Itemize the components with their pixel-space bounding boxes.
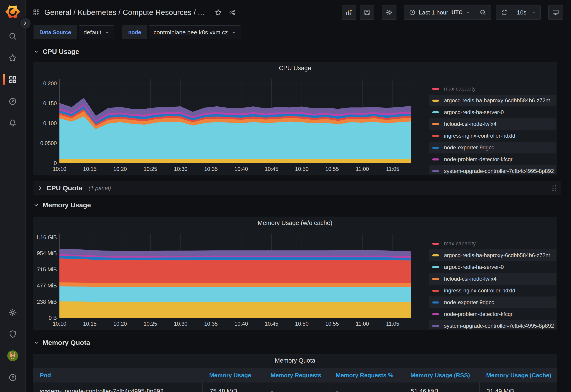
table-cell: system-upgrade-controller-7cfb4c4995-8p8… xyxy=(33,382,202,392)
legend-label: max capacity xyxy=(444,85,476,92)
chevron-right-icon xyxy=(37,185,43,191)
datasource-variable-select[interactable]: default xyxy=(79,25,114,39)
toolbar: Last 1 hour UTC 10s xyxy=(342,5,563,20)
section-memory-quota[interactable]: Memory Quota xyxy=(33,337,90,348)
table-cell: - xyxy=(264,382,329,392)
legend-item[interactable]: system-upgrade-controller-7cfb4c4995-8p8… xyxy=(429,320,556,329)
datasource-variable-label: Data Source xyxy=(33,25,77,39)
x-axis-label: 11:05 xyxy=(386,166,399,172)
node-variable-label: node xyxy=(122,25,147,39)
table-column-header[interactable]: Memory Requests xyxy=(264,368,329,382)
legend-swatch xyxy=(432,301,439,304)
legend-item[interactable]: ingress-nginx-controller-hdxld xyxy=(429,285,556,296)
section-memory-usage[interactable]: Memory Usage xyxy=(33,200,91,210)
legend-label: ingress-nginx-controller-hdxld xyxy=(444,133,515,139)
bell-icon[interactable] xyxy=(0,116,25,130)
zoom-out-button[interactable] xyxy=(475,5,491,19)
node-variable-select[interactable]: controlplane.bee.k8s.vxm.cz xyxy=(149,25,241,39)
legend-label: hcloud-csi-node-lwfx4 xyxy=(444,276,497,282)
compass-icon[interactable] xyxy=(0,94,25,109)
sidebar: ? xyxy=(0,0,26,392)
refresh-interval-picker[interactable]: 10s xyxy=(512,5,541,19)
legend-item[interactable]: max capacity xyxy=(429,238,556,249)
panel-title[interactable]: CPU Usage xyxy=(33,65,557,72)
save-dashboard-button[interactable] xyxy=(360,5,374,20)
y-axis-label: 0.100 xyxy=(43,120,57,126)
y-axis-label: 1.16 GiB xyxy=(36,234,57,240)
legend-swatch xyxy=(432,111,439,113)
grafana-logo[interactable] xyxy=(5,4,21,19)
legend-item[interactable]: argocd-redis-ha-haproxy-6cdbb584b6-z72nt xyxy=(429,249,556,261)
sidebar-expand-button[interactable] xyxy=(19,17,31,29)
x-axis-label: 10:40 xyxy=(235,321,248,327)
legend-item[interactable]: node-exporter-9dgcc xyxy=(429,296,556,308)
legend-label: argocd-redis-ha-server-0 xyxy=(444,109,504,115)
help-icon[interactable]: ? xyxy=(0,370,25,385)
legend-swatch xyxy=(432,135,439,137)
x-axis-label: 10:45 xyxy=(265,166,278,172)
legend-item[interactable]: system-upgrade-controller-7cfb4c4995-8p8… xyxy=(429,165,556,174)
add-panel-button[interactable] xyxy=(342,5,356,20)
legend-item[interactable]: hcloud-csi-node-lwfx4 xyxy=(429,118,556,130)
legend-swatch xyxy=(432,123,439,125)
x-axis-label: 10:30 xyxy=(174,166,187,172)
legend-label: node-exporter-9dgcc xyxy=(444,144,494,151)
table-column-header[interactable]: Pod xyxy=(33,368,202,382)
legend-swatch xyxy=(432,158,439,160)
time-range-picker[interactable]: Last 1 hour UTC xyxy=(404,5,475,19)
table-column-header[interactable]: Memory Usage (RSS) xyxy=(404,368,480,382)
x-axis-label: 10:10 xyxy=(53,166,66,172)
favorite-star-icon[interactable] xyxy=(215,9,222,16)
legend-label: hcloud-csi-node-lwfx4 xyxy=(444,121,497,127)
table-cell: 75.48 MiB xyxy=(202,382,264,392)
table-header-row: PodMemory UsageMemory RequestsMemory Req… xyxy=(33,368,557,382)
clock-icon xyxy=(409,9,416,16)
dashboard-settings-button[interactable] xyxy=(382,5,397,20)
series-area-system-upgrade-controller-7cfb4c4995-8p892 xyxy=(59,249,411,256)
section-cpu-quota[interactable]: CPU Quota (1 panel) xyxy=(33,181,561,195)
legend-item[interactable]: argocd-redis-ha-haproxy-6cdbb584b6-z72nt xyxy=(429,95,556,106)
legend-item[interactable]: node-problem-detector-kfcqr xyxy=(429,154,556,165)
panel-title[interactable]: Memory Usage (w/o cache) xyxy=(33,220,557,226)
panel-title[interactable]: Memory Quota xyxy=(33,357,557,364)
apps-icon[interactable] xyxy=(0,72,25,87)
legend-item[interactable]: hcloud-csi-node-lwfx4 xyxy=(429,273,556,285)
time-range-label: Last 1 hour xyxy=(419,9,448,16)
legend-item[interactable]: node-exporter-9dgcc xyxy=(429,142,556,154)
table-column-header[interactable]: Memory Usage (Cache) xyxy=(479,368,557,382)
legend-swatch xyxy=(432,290,439,292)
y-axis-label: 0.0500 xyxy=(40,140,57,146)
search-icon[interactable] xyxy=(0,29,25,43)
shield-icon[interactable] xyxy=(0,327,25,341)
legend-swatch xyxy=(432,254,439,256)
star-icon[interactable] xyxy=(0,51,25,65)
legend-item[interactable]: ingress-nginx-controller-hdxld xyxy=(429,130,556,142)
dashboard-variables: Data Source default node controlplane.be… xyxy=(33,25,241,39)
legend-item[interactable]: max capacity xyxy=(429,83,556,95)
share-icon[interactable] xyxy=(229,9,236,16)
legend-item[interactable]: argocd-redis-ha-server-0 xyxy=(429,106,556,118)
series-area-ingress-nginx-controller-hdxld xyxy=(59,258,411,283)
gear-icon[interactable] xyxy=(0,305,25,320)
legend-swatch xyxy=(432,266,439,268)
refresh-controls: 10s xyxy=(496,5,541,20)
section-title: CPU Quota xyxy=(46,184,82,192)
dashboards-grid-icon xyxy=(33,9,40,16)
x-axis-label: 10:20 xyxy=(113,321,127,327)
kiosk-mode-button[interactable] xyxy=(548,5,563,20)
avatar[interactable] xyxy=(7,350,18,361)
table-column-header[interactable]: Memory Usage xyxy=(202,368,264,382)
x-axis-label: 10:15 xyxy=(83,166,97,172)
drag-handle[interactable] xyxy=(552,185,556,191)
legend-swatch xyxy=(432,278,439,280)
x-axis-label: 10:40 xyxy=(235,166,248,172)
table-column-header[interactable]: Memory Requests % xyxy=(329,368,404,382)
y-axis-label: 0 B xyxy=(49,315,57,321)
refresh-button[interactable] xyxy=(496,5,512,19)
section-cpu-usage[interactable]: CPU Usage xyxy=(33,46,79,57)
breadcrumb[interactable]: General / Kubernetes / Compute Resources… xyxy=(44,8,204,17)
legend-label: node-exporter-9dgcc xyxy=(444,299,494,306)
x-axis-label: 10:45 xyxy=(265,321,278,327)
legend-item[interactable]: node-problem-detector-kfcqr xyxy=(429,308,556,320)
legend-item[interactable]: argocd-redis-ha-server-0 xyxy=(429,261,556,273)
